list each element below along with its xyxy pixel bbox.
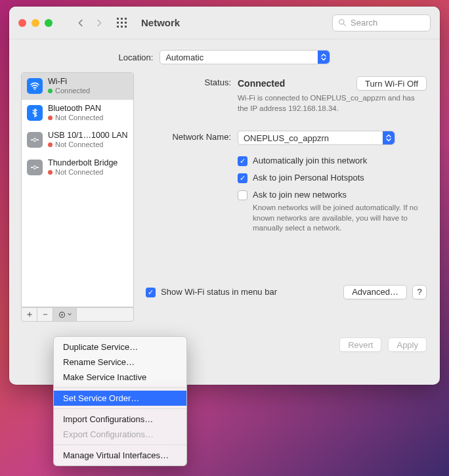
detail-panel: Status: Connected Turn Wi-Fi Off Wi-Fi i…	[146, 72, 428, 322]
service-name: Wi-Fi	[48, 77, 90, 87]
svg-line-10	[343, 24, 345, 26]
ask-new-checkbox[interactable]	[238, 190, 247, 200]
window-title: Network	[141, 17, 180, 28]
minimize-button[interactable]	[32, 19, 39, 27]
auto-join-checkbox[interactable]	[238, 156, 247, 166]
service-actions-button[interactable]	[53, 308, 77, 321]
search-placeholder: Search	[351, 18, 377, 28]
status-dot-icon	[48, 116, 53, 120]
status-label: Status:	[146, 76, 238, 87]
search-icon	[338, 18, 347, 27]
service-item-usb-lan[interactable]: USB 10/1…1000 LAN Not Connected	[22, 127, 133, 154]
status-description: Wi-Fi is connected to ONEPLUS_co_appzrn …	[238, 93, 415, 114]
zoom-button[interactable]	[45, 19, 53, 27]
svg-rect-1	[121, 18, 123, 20]
service-item-wifi[interactable]: Wi-Fi Connected	[22, 73, 133, 100]
window-controls	[18, 19, 53, 27]
forward-button[interactable]	[95, 18, 104, 28]
add-service-button[interactable]: ＋	[22, 308, 37, 321]
service-name: Thunderbolt Bridge	[48, 158, 118, 168]
ask-new-description: Known networks will be joined automatica…	[253, 203, 427, 234]
titlebar: Network Search	[9, 7, 440, 39]
gear-icon	[58, 311, 66, 319]
svg-rect-0	[117, 18, 119, 20]
ask-hotspot-label: Ask to join Personal Hotspots	[253, 173, 364, 183]
svg-point-13	[37, 139, 39, 141]
revert-button[interactable]: Revert	[339, 337, 381, 352]
service-item-bluetooth[interactable]: Bluetooth PAN Not Connected	[22, 100, 133, 127]
service-toolbar: ＋ －	[21, 307, 134, 322]
service-name: USB 10/1…1000 LAN	[48, 131, 128, 141]
svg-point-11	[34, 89, 35, 90]
svg-point-15	[37, 167, 39, 168]
auto-join-label: Automatically join this network	[253, 156, 367, 165]
network-name-value: ONEPLUS_co_appzrn	[244, 133, 329, 143]
svg-point-14	[31, 167, 32, 168]
ethernet-icon	[27, 160, 43, 175]
help-button[interactable]: ?	[412, 285, 427, 299]
menu-export-config: Export Configurations…	[54, 427, 186, 442]
svg-point-12	[31, 139, 32, 141]
service-status: Not Connected	[55, 168, 103, 177]
network-name-select[interactable]: ONEPLUS_co_appzrn	[238, 131, 395, 145]
menu-make-inactive[interactable]: Make Service Inactive	[54, 370, 186, 385]
location-select[interactable]: Automatic	[160, 50, 330, 64]
show-status-label: Show Wi-Fi status in menu bar	[161, 287, 277, 297]
menu-separator	[54, 444, 186, 445]
menu-import-config[interactable]: Import Configurations…	[54, 412, 186, 427]
nav-buttons	[76, 18, 104, 28]
svg-rect-3	[117, 22, 119, 24]
wifi-icon	[27, 78, 43, 94]
remove-service-button[interactable]: －	[37, 308, 53, 321]
service-name: Bluetooth PAN	[48, 104, 103, 114]
search-field[interactable]: Search	[332, 14, 431, 32]
service-actions-menu: Duplicate Service… Rename Service… Make …	[53, 336, 187, 466]
menu-separator	[54, 387, 186, 388]
svg-rect-7	[121, 26, 123, 28]
service-item-thunderbolt[interactable]: Thunderbolt Bridge Not Connected	[22, 154, 133, 181]
chevron-down-icon	[68, 313, 72, 316]
close-button[interactable]	[18, 19, 26, 27]
service-status: Connected	[55, 87, 90, 95]
bluetooth-icon	[27, 105, 43, 121]
network-name-label: Network Name:	[146, 131, 238, 142]
network-preferences-window: Network Search Location: Automatic	[9, 7, 440, 385]
advanced-button[interactable]: Advanced…	[343, 285, 407, 299]
status-dot-icon	[48, 142, 53, 147]
apply-button[interactable]: Apply	[388, 337, 427, 352]
menu-separator	[54, 408, 186, 409]
svg-rect-8	[125, 26, 127, 28]
sidebar-column: Wi-Fi Connected Bluetooth PAN Not Connec…	[21, 72, 134, 322]
menu-set-service-order[interactable]: Set Service Order…	[54, 391, 186, 406]
service-status: Not Connected	[55, 141, 103, 149]
svg-rect-6	[117, 26, 119, 28]
select-arrows-icon	[318, 51, 330, 64]
status-value: Connected	[238, 78, 285, 89]
svg-rect-5	[125, 22, 127, 24]
select-arrows-icon	[383, 131, 395, 144]
main-content: Wi-Fi Connected Bluetooth PAN Not Connec…	[9, 72, 440, 322]
ask-new-label: Ask to join new networks	[253, 190, 427, 200]
location-row: Location: Automatic	[9, 39, 440, 72]
status-dot-icon	[48, 170, 53, 175]
status-dot-icon	[48, 89, 53, 93]
menu-manage-virtual[interactable]: Manage Virtual Interfaces…	[54, 448, 186, 463]
svg-rect-2	[125, 18, 127, 20]
menu-duplicate-service[interactable]: Duplicate Service…	[54, 339, 186, 355]
back-button[interactable]	[76, 18, 85, 28]
svg-rect-4	[121, 22, 123, 24]
location-label: Location:	[119, 53, 154, 62]
show-status-checkbox[interactable]	[146, 288, 156, 297]
location-value: Automatic	[165, 53, 203, 62]
service-status: Not Connected	[55, 114, 103, 122]
ethernet-icon	[27, 132, 43, 148]
svg-point-17	[61, 314, 63, 316]
service-list[interactable]: Wi-Fi Connected Bluetooth PAN Not Connec…	[21, 72, 134, 307]
wifi-toggle-button[interactable]: Turn Wi-Fi Off	[356, 76, 427, 91]
show-all-icon[interactable]	[117, 18, 127, 28]
ask-hotspot-checkbox[interactable]	[238, 173, 247, 183]
menu-rename-service[interactable]: Rename Service…	[54, 355, 186, 370]
